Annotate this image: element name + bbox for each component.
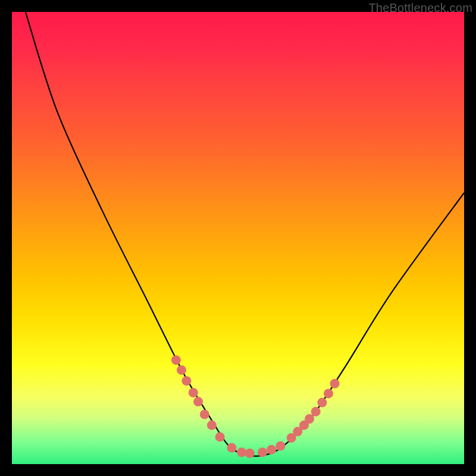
bottom-marker-5 [267, 445, 276, 455]
chart-container: TheBottleneck.com [0, 0, 476, 476]
right-marker-5 [311, 407, 321, 416]
plot-area [12, 12, 464, 464]
markers-group [171, 355, 340, 458]
left-marker-7 [207, 421, 217, 430]
bottleneck-curve [26, 12, 464, 456]
bottom-marker-4 [258, 447, 267, 457]
left-marker-4 [189, 388, 198, 397]
watermark-text: TheBottleneck.com [368, 1, 472, 15]
bottom-marker-1 [227, 443, 236, 453]
left-marker-5 [193, 397, 203, 406]
left-marker-2 [177, 365, 186, 375]
left-marker-1 [171, 355, 181, 365]
bottom-marker-6 [275, 441, 285, 451]
bottom-marker-2 [237, 447, 246, 457]
right-marker-7 [324, 389, 333, 398]
left-marker-6 [200, 409, 209, 419]
right-marker-8 [330, 379, 340, 389]
right-marker-6 [317, 398, 327, 408]
left-marker-8 [215, 432, 225, 441]
left-marker-3 [181, 376, 191, 386]
right-marker-4 [305, 414, 314, 424]
chart-svg [12, 12, 464, 464]
bottom-marker-3 [245, 449, 255, 458]
